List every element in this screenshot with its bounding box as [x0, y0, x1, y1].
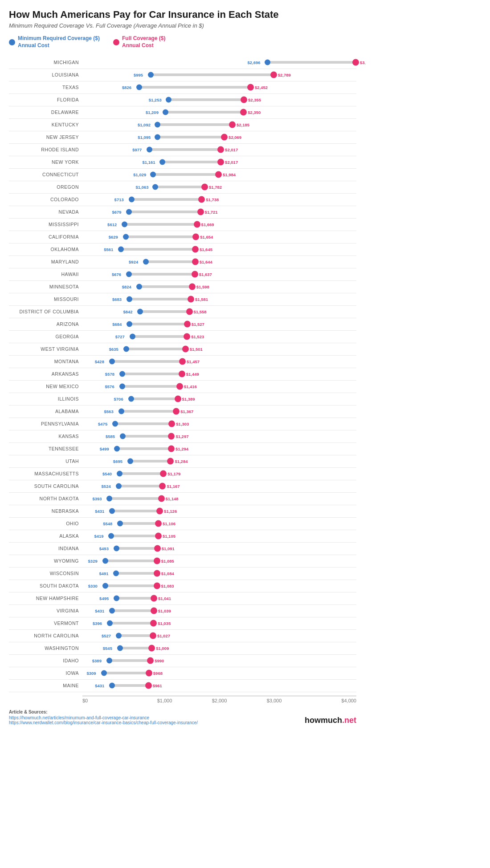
bar-track — [139, 86, 250, 89]
value-min: $635 — [109, 347, 118, 352]
chart-row: PENNSYLVANIA$475$1,303 — [9, 418, 356, 430]
state-label: NEW JERSEY — [9, 134, 82, 140]
state-label: MONTANA — [9, 359, 82, 364]
state-label: VIRGINIA — [9, 608, 82, 613]
chart-row: ARIZONA$684$1,527 — [9, 318, 356, 331]
bar-track — [168, 98, 244, 101]
bar-track — [112, 609, 153, 612]
value-min: $548 — [103, 521, 112, 526]
dot-full — [155, 520, 162, 527]
chart-title: How Much Americans Pay for Car Insurance… — [9, 9, 356, 20]
bar-track — [157, 136, 224, 138]
chart-subtitle: Minimum Required Coverage Vs. Full Cover… — [9, 22, 356, 29]
dot-full — [175, 396, 181, 402]
value-min: $545 — [103, 646, 112, 651]
bar-area: $1,095$2,069 — [82, 131, 356, 143]
value-full: $1,091 — [162, 546, 175, 551]
value-min: $1,092 — [138, 122, 151, 127]
bar-area: $635$1,501 — [82, 343, 356, 355]
x-axis-tick: $0 — [82, 696, 137, 703]
chart-row: ARKANSAS$578$1,449 — [9, 368, 356, 381]
bar-track — [110, 622, 153, 625]
value-full: $990 — [155, 658, 164, 663]
value-full: $1,126 — [164, 509, 177, 514]
dot-full — [270, 72, 277, 78]
value-min: $695 — [113, 459, 122, 464]
bar-track — [116, 572, 156, 575]
chart-row: DELAWARE$1,209$2,350 — [9, 106, 356, 119]
state-label: NORTH DAKOTA — [9, 496, 82, 501]
state-label: MAINE — [9, 683, 82, 688]
chart-row: ALASKA$419$1,105 — [9, 530, 356, 543]
dot-min — [112, 421, 118, 427]
bar-track — [126, 235, 196, 238]
bar-track — [122, 435, 171, 438]
value-min: $499 — [100, 446, 109, 451]
dot-min — [155, 122, 160, 128]
value-full: $1,984 — [223, 172, 236, 177]
bar-track — [162, 161, 221, 163]
bar-track — [121, 248, 195, 251]
bar-area: $330$1,083 — [82, 580, 356, 592]
value-min: $1,095 — [138, 135, 151, 140]
bar-area: $995$2,789 — [82, 69, 356, 81]
value-full: $1,084 — [161, 571, 174, 576]
state-label: NEVADA — [9, 209, 82, 215]
value-min: $576 — [105, 384, 114, 389]
state-label: WISCONSIN — [9, 571, 82, 576]
bar-area: $1,063$1,782 — [82, 181, 356, 193]
chart-row: CALIFORNIA$629$1,654 — [9, 231, 356, 243]
dot-min — [119, 384, 125, 389]
chart-row: MINNESOTA$824$1,598 — [9, 281, 356, 293]
value-min: $1,253 — [149, 97, 162, 102]
state-label: INDIANA — [9, 546, 82, 551]
bar-track — [111, 535, 158, 537]
dot-full — [151, 608, 157, 614]
dot-min — [113, 571, 119, 576]
dot-full — [145, 682, 152, 689]
bar-track — [130, 460, 171, 462]
value-full: $1,041 — [158, 596, 171, 601]
state-label: ALASKA — [9, 533, 82, 539]
bar-area: $695$1,284 — [82, 455, 356, 467]
value-full: $1,523 — [191, 334, 204, 339]
value-full: $2,017 — [225, 147, 238, 152]
footer-article-label: Article & Sources: — [9, 710, 198, 714]
bar-area: $491$1,084 — [82, 568, 356, 580]
state-label: WYOMING — [9, 558, 82, 564]
legend-full-label: Full Coverage ($)Annual Cost — [122, 35, 165, 49]
dot-full — [155, 533, 162, 539]
dot-min — [116, 633, 122, 639]
value-full: $1,167 — [167, 484, 180, 489]
state-label: ALABAMA — [9, 409, 82, 414]
bar-track — [122, 385, 180, 388]
footer-link-1[interactable]: https://howmuch.net/articles/minumum-and… — [9, 715, 149, 720]
bar-area: $548$1,106 — [82, 518, 356, 530]
chart-legend: Minimum Required Coverage ($)Annual Cost… — [9, 35, 356, 49]
bar-track — [118, 634, 153, 637]
dot-full — [215, 171, 222, 178]
dot-min — [101, 670, 107, 676]
bar-track — [120, 522, 158, 525]
value-full: $968 — [153, 671, 163, 676]
brand-logo: howmuch.net — [305, 716, 356, 725]
value-full: $1,782 — [209, 185, 222, 190]
chart-row: OKLAHOMA$561$1,645 — [9, 243, 356, 256]
value-min: $713 — [114, 197, 124, 202]
dot-min — [109, 508, 115, 514]
bar-track — [267, 61, 355, 64]
dot-min — [126, 209, 132, 215]
bar-area: $389$990 — [82, 655, 356, 667]
dot-full — [352, 59, 359, 66]
dot-full — [192, 246, 199, 253]
chart-row: WISCONSIN$491$1,084 — [9, 568, 356, 580]
dot-full — [184, 321, 191, 328]
chart-row: MARYLAND$924$1,644 — [9, 256, 356, 268]
value-full: $1,303 — [176, 422, 189, 426]
bar-track — [112, 684, 148, 687]
bar-area: $706$1,389 — [82, 393, 356, 405]
bar-track — [129, 273, 195, 276]
bar-track — [155, 186, 204, 188]
chart-row: WEST VIRGINIA$635$1,501 — [9, 343, 356, 356]
footer-link-2[interactable]: https://www.nerdwallet.com/blog/insuranc… — [9, 720, 198, 725]
